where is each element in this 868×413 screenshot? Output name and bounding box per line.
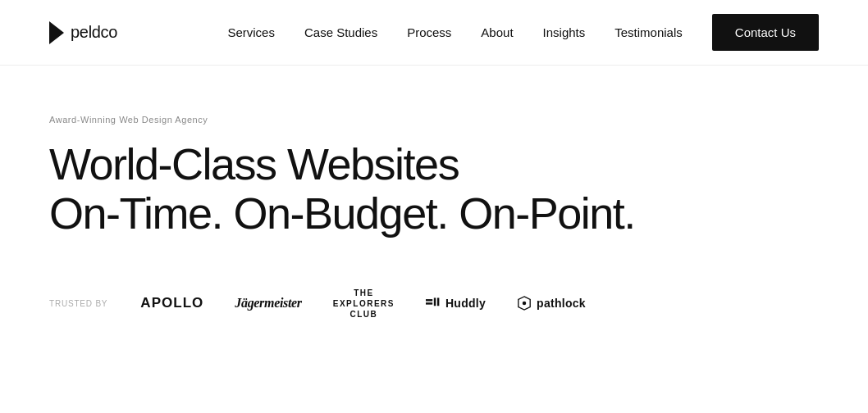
nav-case-studies[interactable]: Case Studies	[304, 25, 377, 39]
svg-rect-1	[426, 303, 432, 305]
svg-rect-0	[426, 300, 432, 302]
main-nav: Services Case Studies Process About Insi…	[227, 14, 819, 51]
brand-huddly: Huddly	[426, 297, 486, 310]
svg-rect-2	[434, 298, 436, 306]
trusted-row: TRUSTED BY APOLLO Jägermeister THE EXPLO…	[49, 288, 819, 320]
pathlock-text: pathlock	[537, 297, 586, 310]
svg-point-5	[523, 302, 527, 306]
trusted-label: TRUSTED BY	[49, 299, 107, 308]
contact-button[interactable]: Contact Us	[712, 14, 819, 51]
nav-services[interactable]: Services	[227, 25, 275, 39]
nav-testimonials[interactable]: Testimonials	[614, 25, 683, 39]
pathlock-icon	[517, 296, 532, 311]
nav-insights[interactable]: Insights	[543, 25, 586, 39]
hero-headline-line2: On-Time. On-Budget. On-Point.	[49, 188, 635, 238]
hero-headline-line1: World-Class Websites	[49, 139, 459, 188]
hero-headline: World-Class Websites On-Time. On-Budget.…	[49, 139, 819, 238]
huddly-icon	[426, 297, 441, 309]
nav-process[interactable]: Process	[407, 25, 451, 39]
brand-pathlock: pathlock	[517, 296, 586, 311]
hero-section: Award-Winning Web Design Agency World-Cl…	[0, 66, 868, 352]
logo[interactable]: peldco	[49, 21, 117, 44]
logo-text: peldco	[71, 23, 117, 42]
svg-rect-3	[437, 298, 439, 306]
huddly-text: Huddly	[445, 297, 486, 310]
hero-eyebrow: Award-Winning Web Design Agency	[49, 115, 819, 125]
brand-logos: APOLLO Jägermeister THE EXPLORERS CLUB H…	[140, 288, 586, 320]
brand-jagermeister: Jägermeister	[235, 296, 301, 311]
nav-about[interactable]: About	[481, 25, 513, 39]
header: peldco Services Case Studies Process Abo…	[0, 0, 868, 66]
logo-icon	[49, 21, 64, 44]
brand-apollo: APOLLO	[140, 295, 203, 311]
brand-explorers-club: THE EXPLORERS CLUB	[333, 288, 395, 320]
